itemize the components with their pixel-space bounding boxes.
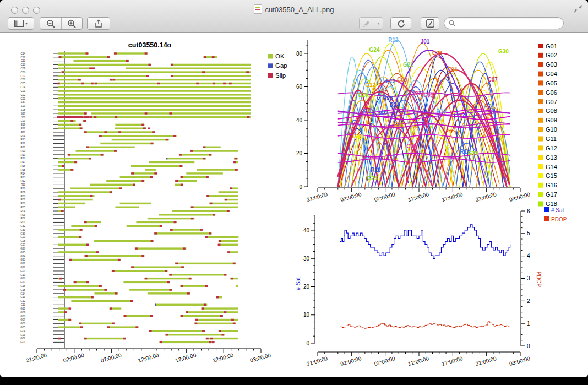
- time-label: 07:00:00: [373, 191, 396, 203]
- sat-label: C14: [21, 52, 26, 55]
- legend-label: # Sat: [551, 207, 564, 213]
- legend-swatch: [538, 80, 543, 85]
- ok-segment: [180, 315, 222, 317]
- ok-segment: [58, 64, 151, 66]
- highlight-button[interactable]: [360, 18, 374, 29]
- time-label: 21:00:00: [25, 352, 48, 364]
- y-tick-label: 80: [296, 51, 303, 57]
- zoom-in-button[interactable]: [62, 18, 82, 29]
- ok-segment: [135, 247, 187, 249]
- sat-label: J01: [21, 116, 26, 119]
- slip-mark: [118, 259, 121, 261]
- sat-label: R04: [21, 210, 26, 213]
- window-chrome: cut03550_A_ALL.png ▾: [0, 0, 588, 33]
- legend-swatch: [538, 192, 543, 197]
- slip-mark: [85, 255, 88, 257]
- slip-mark: [213, 214, 215, 215]
- slip-mark: [200, 229, 203, 230]
- slip-mark: [174, 221, 177, 223]
- ok-segment: [170, 229, 203, 230]
- sat-curve-label: E12: [386, 78, 396, 84]
- sat-label: R02: [21, 217, 26, 220]
- sat-label: G22: [20, 262, 25, 265]
- nsat-line: [340, 225, 510, 259]
- ok-segment: [171, 75, 251, 77]
- ok-segment: [194, 323, 236, 324]
- slip-mark: [126, 60, 129, 62]
- ok-segment: [58, 105, 251, 107]
- sat-curve-label: R12: [388, 37, 399, 43]
- sat-curve-label: C08: [397, 77, 407, 83]
- ok-segment: [58, 307, 68, 309]
- ok-segment: [58, 56, 110, 58]
- sat-label: R08: [21, 195, 26, 198]
- slip-mark: [165, 270, 167, 272]
- sat-label: G30: [20, 232, 25, 235]
- slip-mark: [221, 334, 224, 335]
- ok-segment: [180, 176, 209, 178]
- sat-curve-label: G15: [353, 133, 363, 139]
- rotate-left-button[interactable]: [390, 17, 411, 30]
- y-tick-label: 30: [303, 256, 310, 262]
- ok-segment: [149, 161, 195, 163]
- gap-mark: [166, 158, 167, 159]
- sat-label: C01: [21, 97, 26, 100]
- sidebar-view-button[interactable]: ▾: [8, 17, 34, 30]
- time-label: 12:00:00: [407, 191, 430, 203]
- slip-mark: [160, 341, 162, 343]
- sat-label: C04: [21, 86, 26, 89]
- slip-mark: [167, 281, 170, 283]
- markup-button[interactable]: [421, 17, 439, 30]
- slip-mark: [223, 83, 226, 84]
- ok-segment: [159, 341, 214, 343]
- share-button[interactable]: [87, 17, 110, 30]
- sat-curve-label: C06: [432, 50, 443, 56]
- sat-label: E20: [21, 120, 26, 122]
- ok-segment: [127, 225, 162, 227]
- sat-label: G10: [20, 307, 25, 310]
- slip-mark: [224, 311, 226, 313]
- ok-segment: [58, 124, 81, 126]
- legend-swatch: [538, 109, 543, 113]
- sat-curve-label: R10: [363, 109, 373, 115]
- sat-label: R14: [21, 172, 26, 175]
- ok-segment: [126, 68, 251, 69]
- ok-segment: [154, 232, 211, 234]
- zoom-out-button[interactable]: [40, 18, 61, 29]
- legend-label: G17: [546, 191, 557, 198]
- chevron-down-icon: ▾: [377, 21, 379, 26]
- search-input[interactable]: [458, 19, 559, 28]
- y-tick-label: 6: [527, 208, 530, 214]
- slip-mark: [160, 225, 162, 227]
- sat-label: R13: [21, 176, 26, 179]
- slip-mark: [135, 326, 138, 328]
- ok-segment: [58, 86, 251, 88]
- legend-label: G12: [546, 145, 557, 151]
- slip-mark: [57, 83, 60, 84]
- slip-mark: [110, 79, 112, 80]
- ok-segment: [63, 289, 107, 290]
- slip-mark: [203, 147, 206, 148]
- ok-segment: [58, 296, 94, 298]
- time-label: 22:00:00: [475, 355, 497, 367]
- sat-label: S28: [21, 109, 26, 111]
- search-field[interactable]: [444, 17, 564, 29]
- legend-swatch: [538, 127, 543, 132]
- ok-segment: [136, 221, 176, 223]
- sat-label: G02: [20, 337, 25, 340]
- legend-swatch: [538, 145, 543, 150]
- sat-curve-label: C05: [406, 143, 417, 149]
- fullscreen-icon[interactable]: [574, 5, 582, 13]
- sat-curve-label: R20: [371, 167, 381, 173]
- ok-segment: [76, 150, 117, 151]
- slip-mark: [133, 184, 135, 186]
- ok-segment: [58, 236, 81, 238]
- slip-mark: [148, 128, 150, 129]
- time-label: 07:00:00: [373, 355, 396, 367]
- y-tick-label: 40: [296, 117, 303, 123]
- highlight-dropdown[interactable]: ▾: [374, 18, 383, 29]
- sat-label: R06: [21, 202, 26, 205]
- legend-swatch: [538, 173, 543, 178]
- slip-mark: [110, 307, 112, 309]
- y-tick-label: 60: [296, 84, 303, 90]
